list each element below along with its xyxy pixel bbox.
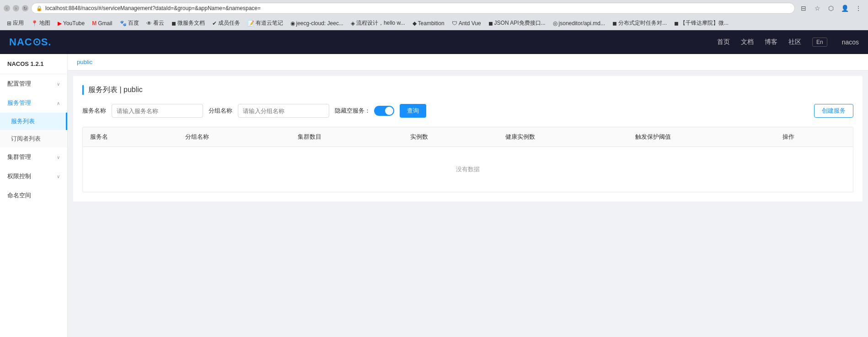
cluster-chevron-icon: ∨ — [57, 155, 60, 160]
lock-icon: 🔒 — [36, 5, 43, 11]
sidebar-group-service-header[interactable]: 服务管理 ∧ — [0, 93, 67, 113]
sidebar-group-permission: 权限控制 ∨ — [0, 167, 67, 186]
bookmark-jsonapi[interactable]: ◼ JSON API免费接口... — [485, 18, 549, 28]
youtube-icon: ▶ — [58, 20, 62, 27]
bookmark-flow[interactable]: ◈ 流程设计，hello w... — [348, 18, 408, 28]
sidebar-group-service: 服务管理 ∧ 服务列表 订阅者列表 — [0, 93, 67, 147]
nav-docs[interactable]: 文档 — [741, 38, 754, 46]
bookmark-kancloud[interactable]: 👁 看云 — [143, 18, 167, 28]
hide-empty-toggle-wrapper: 隐藏空服务： — [335, 106, 394, 116]
refresh-button[interactable]: ↻ — [22, 5, 28, 11]
bookmark-apps[interactable]: ⊞ 应用 — [4, 18, 27, 28]
service-table-element: 服务名 分组名称 集群数目 实例数 健康实例数 触发保护阈值 操作 — [83, 127, 853, 192]
bookmark-baidu[interactable]: 🐾 百度 — [117, 18, 142, 28]
jeecg-icon: ◉ — [290, 20, 295, 27]
user-label[interactable]: nacos — [842, 38, 859, 46]
teambition-icon: ◆ — [413, 20, 417, 27]
bookmark-teambition[interactable]: ◆ Teambition — [409, 19, 448, 28]
create-service-button[interactable]: 创建服务 — [814, 104, 853, 118]
service-name-input[interactable] — [112, 104, 203, 118]
group-name-label: 分组名称 — [209, 107, 232, 115]
hide-empty-label: 隐藏空服务： — [335, 107, 370, 115]
nav-community[interactable]: 社区 — [788, 38, 801, 46]
bookmark-youdao[interactable]: 📝 有道云笔记 — [244, 18, 286, 28]
col-group-name: 分组名称 — [178, 127, 290, 147]
col-instance-count: 实例数 — [403, 127, 498, 147]
bookmark-qianfeng[interactable]: ◼ 【千锋达摩院】微... — [671, 18, 732, 28]
group-name-input[interactable] — [238, 104, 329, 118]
empty-text: 没有数据 — [83, 147, 853, 192]
sidebar: NACOS 1.2.1 配置管理 ∨ 服务管理 ∧ 服务列表 订阅者列表 — [0, 54, 68, 337]
config-chevron-icon: ∨ — [57, 82, 60, 87]
flow-icon: ◈ — [351, 20, 355, 27]
sidebar-group-permission-header[interactable]: 权限控制 ∨ — [0, 167, 67, 186]
page-title-separator: | — [119, 86, 123, 93]
menu-button[interactable]: ⋮ — [852, 2, 864, 14]
lang-button[interactable]: En — [812, 38, 827, 47]
breadcrumb-link[interactable]: public — [77, 59, 92, 65]
sidebar-item-subscriber-list[interactable]: 订阅者列表 — [0, 130, 67, 147]
permission-control-label: 权限控制 — [7, 172, 31, 180]
service-name-label: 服务名称 — [82, 107, 106, 115]
profile-button[interactable]: 👤 — [839, 2, 851, 14]
query-button[interactable]: 查询 — [400, 104, 426, 118]
bookmark-microservice[interactable]: ◼ 微服务文档 — [168, 18, 208, 28]
sidebar-item-service-list[interactable]: 服务列表 — [0, 113, 67, 130]
top-nav-links: 首页 文档 博客 社区 En nacos — [717, 38, 859, 47]
table-empty-row: 没有数据 — [83, 147, 853, 192]
bookmark-youtube[interactable]: ▶ YouTube — [54, 19, 88, 28]
col-healthy-count: 健康实例数 — [498, 127, 628, 147]
permission-chevron-icon: ∨ — [57, 174, 60, 179]
browser-chrome: ‹ › ↻ 🔒 localhost:8848/nacos/#/serviceMa… — [0, 0, 868, 30]
distribute-icon: ◼ — [612, 20, 617, 27]
service-chevron-icon: ∧ — [57, 101, 60, 106]
bookmark-distribute[interactable]: ◼ 分布式定时任务对... — [609, 18, 670, 28]
content-area: public 服务列表 | public 服务名称 分组名称 隐藏空服 — [68, 54, 868, 337]
bookmark-jeecg[interactable]: ◉ jeecg-cloud: Jeec... — [287, 19, 347, 28]
page-title-namespace: public — [123, 86, 143, 93]
logo-text: NAC⊙S. — [9, 36, 51, 48]
baidu-icon: 🐾 — [120, 20, 127, 27]
service-sub-items: 服务列表 订阅者列表 — [0, 113, 67, 147]
hide-empty-toggle[interactable] — [374, 106, 394, 116]
main-layout: NACOS 1.2.1 配置管理 ∨ 服务管理 ∧ 服务列表 订阅者列表 — [0, 54, 868, 337]
bookmarks-bar: ⊞ 应用 📍 地图 ▶ YouTube M Gmail 🐾 百度 👁 看云 ◼ … — [0, 16, 868, 30]
bookmark-jsoneditor[interactable]: ◎ jsoneditor/api.md... — [550, 19, 608, 28]
extensions-button[interactable]: ⬡ — [825, 2, 837, 14]
back-button[interactable]: ‹ — [4, 5, 10, 11]
sidebar-group-config-header[interactable]: 配置管理 ∨ — [0, 74, 67, 93]
apps-icon: ⊞ — [7, 20, 11, 27]
bookmark-maps[interactable]: 📍 地图 — [28, 18, 54, 28]
forward-button[interactable]: › — [13, 5, 19, 11]
config-management-label: 配置管理 — [7, 80, 31, 88]
nav-blog[interactable]: 博客 — [765, 38, 777, 46]
translate-button[interactable]: ⊟ — [798, 2, 809, 14]
search-bar: 服务名称 分组名称 隐藏空服务： 查询 创建服务 — [82, 104, 853, 118]
breadcrumb-bar: public — [68, 54, 868, 71]
col-service-name: 服务名 — [83, 127, 178, 147]
microservice-icon: ◼ — [171, 20, 176, 27]
url-text: localhost:8848/nacos/#/serviceManagement… — [45, 5, 261, 11]
sidebar-item-namespace[interactable]: 命名空间 — [0, 186, 67, 205]
jsoneditor-icon: ◎ — [553, 20, 557, 27]
col-cluster-count: 集群数目 — [290, 127, 403, 147]
service-management-label: 服务管理 — [7, 99, 31, 107]
gmail-icon: M — [92, 20, 96, 27]
address-bar[interactable]: 🔒 localhost:8848/nacos/#/serviceManageme… — [31, 3, 795, 14]
antdvue-icon: 🛡 — [452, 20, 457, 27]
content-card: 服务列表 | public 服务名称 分组名称 隐藏空服务： — [73, 76, 863, 201]
bookmark-button[interactable]: ☆ — [811, 2, 823, 14]
qianfeng-icon: ◼ — [674, 20, 679, 27]
col-action: 操作 — [775, 127, 853, 147]
bookmark-tasks[interactable]: ✔ 成员任务 — [209, 18, 243, 28]
bookmark-gmail[interactable]: M Gmail — [89, 19, 115, 28]
nav-home[interactable]: 首页 — [717, 38, 730, 46]
cluster-management-label: 集群管理 — [7, 153, 31, 161]
maps-icon: 📍 — [31, 20, 38, 27]
page-title-label: 服务列表 — [88, 86, 118, 93]
bookmark-antdvue[interactable]: 🛡 Antd Vue — [449, 19, 484, 28]
youdao-icon: 📝 — [247, 20, 254, 27]
sidebar-group-config: 配置管理 ∨ — [0, 74, 67, 93]
table-body: 没有数据 — [83, 147, 853, 192]
sidebar-group-cluster-header[interactable]: 集群管理 ∨ — [0, 147, 67, 167]
